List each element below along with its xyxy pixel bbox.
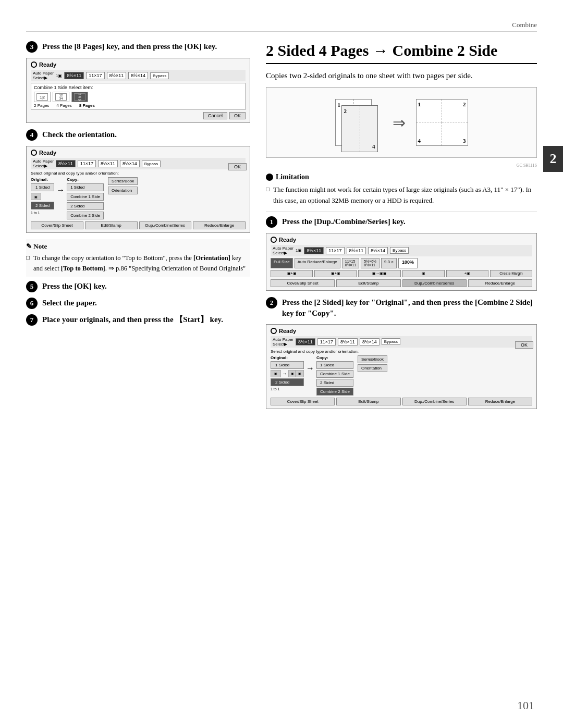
screen-4-tabs: Cover/Slip Sheet Edit/Stamp Dup./Combine… bbox=[271, 398, 532, 405]
tab-cover[interactable]: Cover/Slip Sheet bbox=[31, 221, 83, 229]
size-11x15[interactable]: 11×158½×11 bbox=[342, 258, 360, 268]
s3-size4: 8½×14 bbox=[368, 247, 388, 254]
tab-dup[interactable]: Dup./Combine/Series bbox=[139, 221, 192, 229]
screen-4: Ready Auto PaperSelect▶ 8½×11 11×17 8½×1… bbox=[266, 324, 537, 409]
tab-edit[interactable]: Edit/Stamp bbox=[85, 221, 138, 229]
auto-reduce-btn[interactable]: Auto Reduce/Enlarge bbox=[295, 258, 340, 268]
step-4-text: Check the orientation. bbox=[42, 129, 117, 140]
s4-size3: 8½×11 bbox=[338, 338, 358, 346]
s4-size2: 11×17 bbox=[317, 338, 336, 346]
screen-2-tabs: Cover/Slip Sheet Edit/Stamp Dup./Combine… bbox=[31, 221, 246, 229]
screen-4-select-label: Select original and copy type and/or ori… bbox=[271, 349, 532, 354]
diagram-caption: GC SH111S bbox=[266, 163, 537, 168]
step-r1-number: 1 bbox=[266, 216, 277, 228]
s4-copy-label: Copy: bbox=[316, 355, 353, 360]
s4-series-book[interactable]: Series/Book bbox=[358, 355, 387, 363]
func-btn-2[interactable]: ▣+▣ bbox=[314, 270, 357, 277]
limitation-title: Limitation bbox=[266, 173, 537, 181]
s4-orig-label: Original: bbox=[271, 355, 304, 360]
ready-icon bbox=[31, 61, 37, 68]
step-5: 5 Press the [OK] key. bbox=[26, 281, 250, 292]
step-5-text: Press the [OK] key. bbox=[42, 281, 107, 292]
note-box: ✎ Note To change the copy orientation to… bbox=[26, 239, 250, 277]
s3-tab-reduce[interactable]: Reduce/Enlarge bbox=[468, 279, 532, 287]
step-6: 6 Select the paper. bbox=[26, 298, 250, 309]
screen-2-title: Ready bbox=[39, 150, 56, 156]
ok-btn-s4[interactable]: OK bbox=[515, 341, 533, 349]
ok-btn-s2[interactable]: OK bbox=[228, 163, 247, 170]
create-margin-btn[interactable]: Create Margin bbox=[490, 270, 532, 277]
option-8-pages: 8 Pages bbox=[79, 103, 95, 108]
func-btn-3[interactable]: ▣→▣▣ bbox=[358, 270, 400, 277]
page-number: 101 bbox=[517, 699, 534, 712]
screen-3: Ready Auto PaperSelect▶ 1▣ 8½×11 11×17 8… bbox=[266, 233, 537, 291]
size-8-5x11-a: 8½×11 bbox=[64, 72, 84, 79]
func-btn-4[interactable]: ▣ bbox=[402, 270, 445, 277]
left-column: 3 Press the [8 Pages] key, and then pres… bbox=[26, 41, 250, 415]
s4-tab-reduce[interactable]: Reduce/Enlarge bbox=[468, 398, 532, 405]
step-5-number: 5 bbox=[26, 281, 38, 292]
step-4: 4 Check the orientation. bbox=[26, 129, 250, 141]
s4-combine1side[interactable]: Combine 1 Side bbox=[316, 370, 353, 378]
func-btn-5[interactable]: +▣ bbox=[446, 270, 488, 277]
section-description: Copies two 2-sided originals to one shee… bbox=[266, 69, 537, 82]
step-7: 7 Place your originals, and then press t… bbox=[26, 314, 250, 326]
s4-2sided-copy[interactable]: 2 Sided bbox=[316, 379, 353, 387]
auto-paper-label: Auto PaperSelect▶ bbox=[33, 71, 54, 80]
step-7-text: Place your originals, and then press the… bbox=[42, 314, 223, 325]
result-doc: 1 2 4 3 bbox=[416, 99, 468, 146]
step-6-text: Select the paper. bbox=[42, 298, 97, 309]
tab-reduce[interactable]: Reduce/Enlarge bbox=[193, 221, 246, 229]
size-8-5x11-b: 8½×11 bbox=[107, 72, 127, 79]
size-11x17: 11×17 bbox=[86, 72, 104, 79]
screen-1-btns: Cancel OK bbox=[31, 112, 246, 119]
ready-icon-4 bbox=[271, 328, 277, 334]
func-btn-1[interactable]: ▣+▣ bbox=[271, 270, 313, 277]
s4-orig-icon: ▣ bbox=[271, 370, 281, 377]
s4-1sided-orig[interactable]: 1 Sided bbox=[271, 361, 304, 369]
option-2-pages: 2 Pages bbox=[34, 103, 49, 108]
size-s1: 8½×11 bbox=[56, 160, 76, 167]
screen-1-title: Ready bbox=[39, 61, 56, 68]
diagram: 1 3 2 4 ⇒ 1 bbox=[266, 87, 537, 158]
s4-2sided-orig[interactable]: 2 Sided bbox=[271, 378, 304, 386]
step-r1: 1 Press the [Dup./Combine/Series] key. bbox=[266, 216, 537, 228]
cancel-btn-1[interactable]: Cancel bbox=[203, 112, 227, 119]
s4-bypass: Bypass bbox=[382, 338, 400, 345]
s4-orientation-label: 1 to 1 bbox=[271, 387, 304, 391]
s3-tab-cover[interactable]: Cover/Slip Sheet bbox=[271, 279, 335, 287]
section-title: 2 Sided 4 Pages → Combine 2 Side bbox=[266, 41, 537, 64]
step-7-number: 7 bbox=[26, 314, 38, 326]
s3-tab-dup[interactable]: Dup./Combine/Series bbox=[402, 279, 467, 287]
size-s2: 11×17 bbox=[78, 160, 96, 167]
size-9-3[interactable]: 9.3 × bbox=[381, 258, 397, 268]
ready-icon-2 bbox=[31, 150, 37, 156]
ok-btn-1[interactable]: OK bbox=[229, 112, 246, 119]
s3-tab-edit[interactable]: Edit/Stamp bbox=[336, 279, 400, 287]
s4-size1: 8½×11 bbox=[296, 338, 315, 346]
s3-size3: 8½×11 bbox=[347, 247, 366, 254]
step-r2-text: Press the [2 Sided] key for "Original", … bbox=[282, 297, 537, 319]
percent-display: 100% bbox=[398, 258, 418, 268]
full-size-btn[interactable]: Full Size bbox=[271, 258, 293, 268]
s4-combine2side[interactable]: Combine 2 Side bbox=[316, 388, 353, 396]
s3-size1: 8½×11 bbox=[304, 247, 324, 254]
s4-tab-edit[interactable]: Edit/Stamp bbox=[336, 398, 400, 405]
s4-1sided-copy[interactable]: 1 Sided bbox=[316, 361, 353, 369]
size-btns: Full Size Auto Reduce/Enlarge 11×158½×11… bbox=[271, 258, 532, 268]
step-r2: 2 Press the [2 Sided] key for "Original"… bbox=[266, 297, 537, 319]
size-8-5x14: 8½×14 bbox=[128, 72, 148, 79]
s4-tab-dup[interactable]: Dup./Combine/Series bbox=[402, 398, 467, 405]
step-6-number: 6 bbox=[26, 298, 38, 309]
size-5-5x6-5[interactable]: 5½×6½8½×11 bbox=[361, 258, 380, 268]
s4-copy-icon: ▣ ▣ bbox=[288, 370, 304, 377]
s4-tab-cover[interactable]: Cover/Slip Sheet bbox=[271, 398, 335, 405]
step-3: 3 Press the [8 Pages] key, and then pres… bbox=[26, 41, 250, 53]
note-text: To change the copy orientation to "Top t… bbox=[26, 253, 250, 274]
screen-3-title: Ready bbox=[279, 237, 296, 243]
limitation-box: Limitation The function might not work f… bbox=[266, 173, 537, 206]
s4-orientation[interactable]: Orientation bbox=[358, 364, 387, 372]
step-r2-number: 2 bbox=[266, 297, 277, 309]
step-4-number: 4 bbox=[26, 129, 38, 141]
step-r1-text: Press the [Dup./Combine/Series] key. bbox=[282, 216, 406, 227]
